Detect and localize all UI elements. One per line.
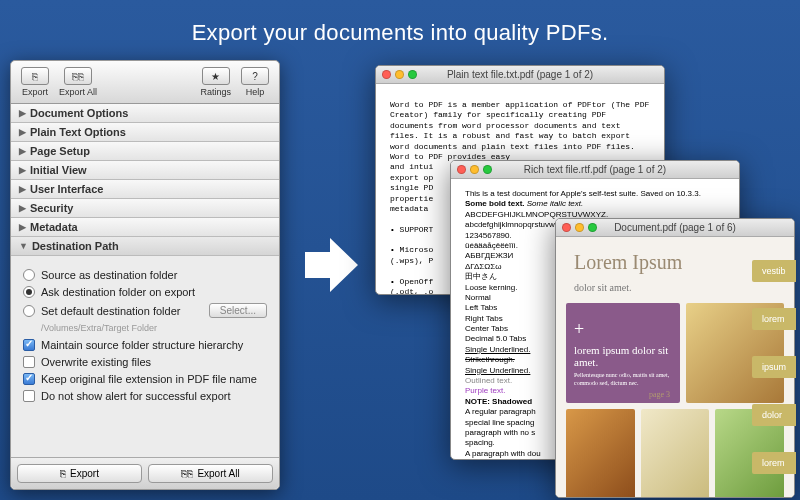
- acc-page-setup[interactable]: ▶Page Setup: [11, 142, 279, 161]
- acc-metadata[interactable]: ▶Metadata: [11, 218, 279, 237]
- acc-destination-path[interactable]: ▼Destination Path: [11, 237, 279, 256]
- export-icon: ⎘: [21, 67, 49, 85]
- toolbar: ⎘ Export ⎘⎘ Export All ★ Ratings ? Help: [11, 61, 279, 104]
- zoom-icon[interactable]: [483, 165, 492, 174]
- triangle-right-icon: ▶: [19, 146, 26, 156]
- radio-icon: [23, 305, 35, 317]
- window-title: Rich text file.rtf.pdf (page 1 of 2): [524, 164, 666, 175]
- triangle-right-icon: ▶: [19, 184, 26, 194]
- window-title: Plain text file.txt.pdf (page 1 of 2): [447, 69, 593, 80]
- close-icon[interactable]: [457, 165, 466, 174]
- traffic-lights[interactable]: [382, 70, 417, 79]
- chk-overwrite[interactable]: Overwrite existing files: [23, 356, 267, 368]
- tile-image-2: [566, 409, 635, 498]
- checkbox-checked-icon: [23, 373, 35, 385]
- side-tab[interactable]: ipsum: [752, 356, 796, 378]
- close-icon[interactable]: [562, 223, 571, 232]
- radio-default-folder[interactable]: Set default destination folder Select...: [23, 303, 267, 318]
- minimize-icon[interactable]: [395, 70, 404, 79]
- export-app-window: ⎘ Export ⎘⎘ Export All ★ Ratings ? Help …: [10, 60, 280, 490]
- triangle-down-icon: ▼: [19, 241, 28, 251]
- checkbox-icon: [23, 390, 35, 402]
- acc-user-interface[interactable]: ▶User Interface: [11, 180, 279, 199]
- close-icon[interactable]: [382, 70, 391, 79]
- triangle-right-icon: ▶: [19, 222, 26, 232]
- select-folder-button[interactable]: Select...: [209, 303, 267, 318]
- triangle-right-icon: ▶: [19, 203, 26, 213]
- export-tool[interactable]: ⎘ Export: [17, 65, 53, 99]
- export-all-icon: ⎘⎘: [64, 67, 92, 85]
- default-folder-path: /Volumes/Extra/Target Folder: [41, 323, 267, 333]
- footer-bar: ⎘Export ⎘⎘Export All: [11, 457, 279, 489]
- export-all-button[interactable]: ⎘⎘Export All: [148, 464, 273, 483]
- window-titlebar[interactable]: Document.pdf (page 1 of 6): [556, 219, 794, 237]
- help-tool-label: Help: [246, 87, 265, 97]
- minimize-icon[interactable]: [575, 223, 584, 232]
- help-icon: ?: [241, 67, 269, 85]
- acc-security[interactable]: ▶Security: [11, 199, 279, 218]
- accordion: ▶Document Options ▶Plain Text Options ▶P…: [11, 104, 279, 457]
- acc-initial-view[interactable]: ▶Initial View: [11, 161, 279, 180]
- acc-document-options[interactable]: ▶Document Options: [11, 104, 279, 123]
- export-button[interactable]: ⎘Export: [17, 464, 142, 483]
- chk-keep-extension[interactable]: Keep original file extension in PDF file…: [23, 373, 267, 385]
- ratings-tool[interactable]: ★ Ratings: [196, 65, 235, 99]
- window-title: Document.pdf (page 1 of 6): [614, 222, 736, 233]
- star-icon: ★: [202, 67, 230, 85]
- chk-maintain-structure[interactable]: Maintain source folder structure hierarc…: [23, 339, 267, 351]
- ratings-tool-label: Ratings: [200, 87, 231, 97]
- radio-icon: [23, 269, 35, 281]
- triangle-right-icon: ▶: [19, 108, 26, 118]
- triangle-right-icon: ▶: [19, 127, 26, 137]
- export-icon: ⎘: [60, 468, 66, 479]
- export-all-tool[interactable]: ⎘⎘ Export All: [55, 65, 101, 99]
- zoom-icon[interactable]: [588, 223, 597, 232]
- window-titlebar[interactable]: Rich text file.rtf.pdf (page 1 of 2): [451, 161, 739, 179]
- plus-icon: +: [574, 319, 584, 340]
- side-tabs: vestib lorem ipsum dolor lorem dolor: [752, 260, 796, 500]
- checkbox-icon: [23, 356, 35, 368]
- help-tool[interactable]: ? Help: [237, 65, 273, 99]
- page-number: page 3: [649, 390, 670, 399]
- acc-plain-text[interactable]: ▶Plain Text Options: [11, 123, 279, 142]
- checkbox-checked-icon: [23, 339, 35, 351]
- destination-path-body: Source as destination folder Ask destina…: [11, 256, 279, 413]
- tile-image-3: [641, 409, 710, 498]
- chk-no-alert[interactable]: Do not show alert for successful export: [23, 390, 267, 402]
- export-all-icon: ⎘⎘: [181, 468, 193, 479]
- window-titlebar[interactable]: Plain text file.txt.pdf (page 1 of 2): [376, 66, 664, 84]
- side-tab[interactable]: lorem: [752, 452, 796, 474]
- radio-selected-icon: [23, 286, 35, 298]
- traffic-lights[interactable]: [562, 223, 597, 232]
- zoom-icon[interactable]: [408, 70, 417, 79]
- side-tab[interactable]: lorem: [752, 308, 796, 330]
- arrow-right-icon: [300, 230, 362, 300]
- side-tab[interactable]: vestib: [752, 260, 796, 282]
- tile-purple: + lorem ipsum dolor sit amet. Pellentesq…: [566, 303, 680, 403]
- hero-headline: Export your documents into quality PDFs.: [0, 20, 800, 46]
- traffic-lights[interactable]: [457, 165, 492, 174]
- minimize-icon[interactable]: [470, 165, 479, 174]
- export-tool-label: Export: [22, 87, 48, 97]
- export-all-tool-label: Export All: [59, 87, 97, 97]
- side-tab[interactable]: dolor: [752, 404, 796, 426]
- triangle-right-icon: ▶: [19, 165, 26, 175]
- radio-ask-on-export[interactable]: Ask destination folder on export: [23, 286, 267, 298]
- radio-source-folder[interactable]: Source as destination folder: [23, 269, 267, 281]
